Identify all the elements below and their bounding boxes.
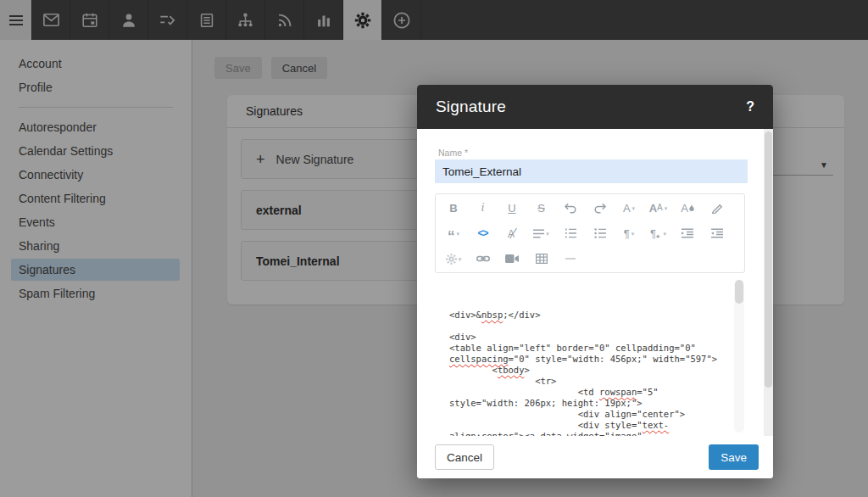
pen-icon	[711, 202, 723, 214]
dialog-scrollbar[interactable]	[764, 129, 773, 436]
editor-scrollbar[interactable]	[734, 280, 744, 433]
code-line: <div style="text-	[449, 420, 746, 431]
clear-format-button[interactable]: A	[503, 227, 521, 239]
insert-options-button[interactable]: ▾	[444, 254, 463, 265]
redo-icon	[593, 202, 607, 214]
editor-toolbar: B i U S A▾ AA▾	[435, 193, 745, 273]
blockquote-button[interactable]: “▾	[444, 231, 463, 237]
paragraph-style-button[interactable]: ¶★▾	[649, 228, 668, 239]
insert-link-button[interactable]	[474, 254, 492, 264]
paragraph-format-button[interactable]: ¶▾	[620, 228, 638, 239]
italic-button[interactable]: i	[474, 202, 492, 214]
code-line: <tbody>	[449, 365, 746, 376]
highlight-color-button[interactable]: A	[678, 203, 697, 214]
strikethrough-button[interactable]: S	[532, 203, 551, 214]
insert-video-button[interactable]	[503, 254, 521, 264]
dialog-footer: Cancel Save	[417, 436, 773, 478]
indent-icon	[682, 228, 693, 238]
unordered-list-button[interactable]	[591, 228, 609, 238]
font-size-button[interactable]: AA▾	[649, 203, 668, 214]
dialog-title: Signature	[436, 98, 746, 116]
redo-button[interactable]	[591, 202, 609, 214]
name-field-label: Name *	[438, 148, 468, 158]
align-lines-icon	[533, 229, 544, 238]
clear-format-icon: A	[506, 227, 519, 239]
bold-button[interactable]: B	[444, 203, 463, 214]
dialog-body: Name * B i U S	[417, 129, 773, 436]
horizontal-rule-icon	[565, 257, 576, 260]
code-content: <div>&nbsp;</div><div><table align="left…	[449, 310, 746, 436]
indent-button[interactable]	[678, 228, 697, 238]
format-painter-button[interactable]	[708, 202, 726, 214]
signature-dialog: Signature ? Name * B i U S	[417, 85, 773, 478]
ordered-list-button[interactable]	[561, 228, 580, 238]
video-camera-icon	[505, 254, 519, 264]
code-line: <div>	[449, 332, 746, 343]
small-gear-icon	[446, 254, 457, 265]
code-line: <div>&nbsp;</div>	[449, 310, 746, 321]
code-view-button[interactable]: <>	[474, 228, 492, 238]
droplet-icon	[689, 204, 694, 211]
dialog-header: Signature ?	[417, 85, 773, 129]
editor-toolbar-row-3: ▾	[444, 247, 736, 271]
code-line: <tr>	[449, 376, 746, 387]
editor-toolbar-row-2: “▾ <> A ▾	[444, 221, 736, 246]
link-icon	[476, 254, 490, 264]
ordered-list-icon	[565, 228, 576, 238]
editor-toolbar-row-1: B i U S A▾ AA▾	[444, 196, 736, 221]
undo-button[interactable]	[561, 202, 580, 214]
signature-source-editor[interactable]: <div>&nbsp;</div><div><table align="left…	[435, 280, 746, 436]
help-button[interactable]: ?	[746, 99, 754, 114]
code-line: style="width: 206px; height: 19px;">	[449, 398, 746, 409]
align-button[interactable]: ▾	[532, 229, 551, 238]
name-input[interactable]	[435, 159, 748, 183]
code-line: <table align="left" border="0" cellpaddi…	[449, 343, 746, 354]
code-line: cellspacing="0" style="width: 456px;" wi…	[449, 354, 746, 365]
insert-table-button[interactable]	[532, 254, 551, 264]
dialog-cancel-button[interactable]: Cancel	[435, 444, 494, 470]
dialog-scrollbar-thumb[interactable]	[765, 131, 772, 388]
code-line: <div align="center">	[449, 409, 746, 420]
undo-icon	[564, 202, 577, 214]
font-color-button[interactable]: A▾	[620, 203, 638, 214]
table-icon	[536, 254, 548, 264]
dialog-save-button[interactable]: Save	[709, 444, 759, 470]
code-line: <td rowspan="5"	[449, 387, 746, 398]
outdent-icon	[711, 228, 723, 238]
code-line	[449, 321, 746, 332]
app-screen: Account Profile Autoresponder Calendar S…	[0, 0, 868, 497]
underline-button[interactable]: U	[503, 203, 521, 214]
outdent-button[interactable]	[708, 228, 726, 238]
editor-scrollbar-thumb[interactable]	[735, 280, 743, 304]
unordered-list-icon	[594, 228, 606, 238]
horizontal-rule-button[interactable]	[561, 257, 580, 260]
